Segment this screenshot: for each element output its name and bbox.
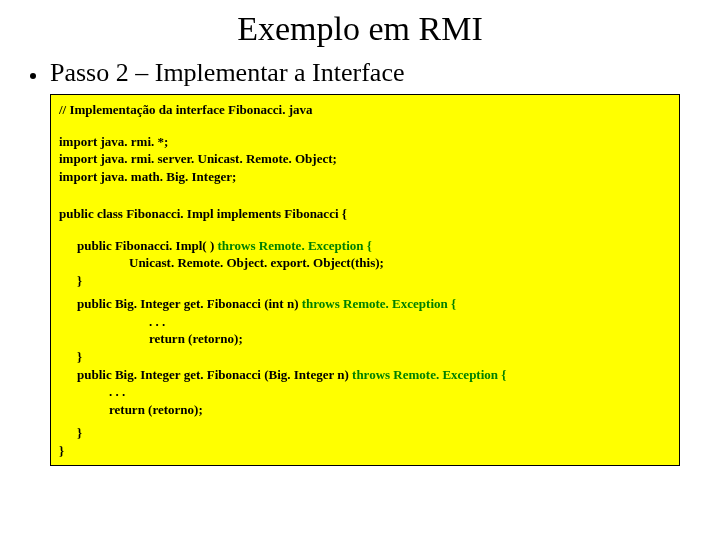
slide-subtitle: Passo 2 – Implementar a Interface xyxy=(50,58,404,88)
throws-clause: throws Remote. Exception { xyxy=(218,238,372,253)
code-line: Unicast. Remote. Object. export. Object(… xyxy=(59,254,671,272)
throws-clause: throws Remote. Exception { xyxy=(352,367,506,382)
code-line: } xyxy=(59,272,671,290)
ctor-decl: public Fibonacci. Impl( ) xyxy=(77,238,218,253)
bullet-icon xyxy=(30,73,36,79)
code-line: import java. rmi. server. Unicast. Remot… xyxy=(59,150,671,168)
method1-decl: public Big. Integer get. Fibonacci (int … xyxy=(77,296,302,311)
code-line: public Fibonacci. Impl( ) throws Remote.… xyxy=(59,237,671,255)
code-line: } xyxy=(59,442,671,460)
code-line: } xyxy=(59,348,671,366)
code-line: public Big. Integer get. Fibonacci (Big.… xyxy=(59,366,671,384)
code-comment: // Implementação da interface Fibonacci.… xyxy=(59,101,671,119)
code-line: import java. rmi. *; xyxy=(59,133,671,151)
code-line: public Big. Integer get. Fibonacci (int … xyxy=(59,295,671,313)
code-box: // Implementação da interface Fibonacci.… xyxy=(50,94,680,466)
code-line: . . . xyxy=(59,313,671,331)
code-line: return (retorno); xyxy=(59,330,671,348)
method2-decl: public Big. Integer get. Fibonacci (Big.… xyxy=(77,367,352,382)
code-line: import java. math. Big. Integer; xyxy=(59,168,671,186)
code-line: public class Fibonacci. Impl implements … xyxy=(59,205,671,223)
subtitle-row: Passo 2 – Implementar a Interface xyxy=(30,58,690,94)
code-line: return (retorno); xyxy=(59,401,671,419)
code-line: } xyxy=(59,424,671,442)
slide-title: Exemplo em RMI xyxy=(30,10,690,48)
throws-clause: throws Remote. Exception { xyxy=(302,296,456,311)
code-line: . . . xyxy=(59,383,671,401)
